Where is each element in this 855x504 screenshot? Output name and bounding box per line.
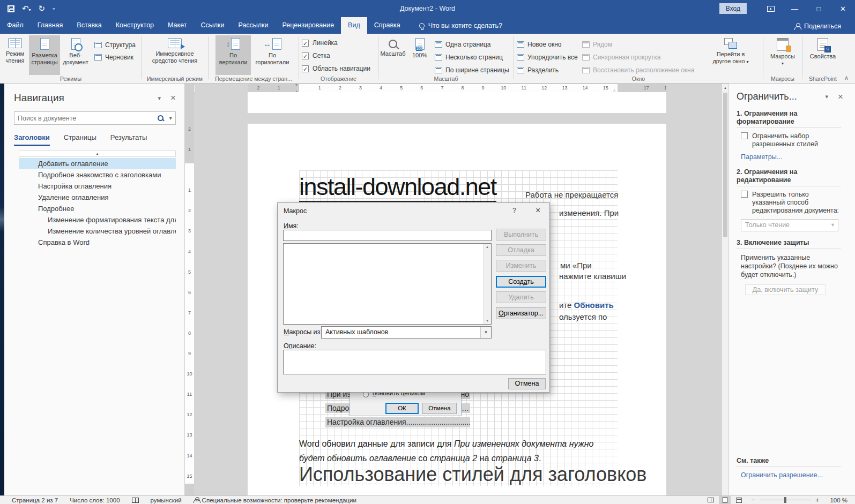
ruler-checkbox[interactable]: Линейка xyxy=(302,37,377,48)
share-button[interactable]: Поделиться xyxy=(794,22,841,30)
tab-layout[interactable]: Макет xyxy=(161,17,194,34)
zoom-button[interactable]: Масштаб xyxy=(379,35,407,75)
navigation-pane-menu-icon[interactable]: ▾ xyxy=(158,95,161,102)
print-layout-button[interactable]: Разметка страницы xyxy=(29,35,60,75)
synchronous-scrolling-button[interactable]: Синхронная прокрутка xyxy=(582,52,703,63)
chevron-down-icon[interactable]: ▾ xyxy=(480,327,491,338)
close-button[interactable]: ✕ xyxy=(831,0,855,17)
ribbon-display-options-button[interactable]: ▴ xyxy=(759,0,783,17)
web-layout-view-button[interactable] xyxy=(733,496,745,504)
minimize-button[interactable]: — xyxy=(783,0,807,17)
document-scrollbar[interactable]: ▴ xyxy=(722,84,728,495)
page-number-status[interactable]: Страница 2 из 7 xyxy=(12,497,58,503)
start-enforcing-protection-button[interactable]: Да, включить защиту xyxy=(745,284,826,295)
macros-in-dropdown[interactable]: Активных шаблонов ▾ xyxy=(321,326,492,338)
heading-item[interactable]: Настройка оглавления xyxy=(19,180,176,192)
vertical-ruler[interactable]: 21123456789101112131415 xyxy=(185,84,194,495)
page-1-bottom[interactable] xyxy=(248,92,666,113)
macro-list[interactable]: ▴ ▾ xyxy=(283,243,492,325)
right-indent-marker[interactable]: △ xyxy=(613,88,616,92)
description-textarea[interactable] xyxy=(283,350,546,374)
search-icon[interactable] xyxy=(158,115,163,121)
tab-insert[interactable]: Вставка xyxy=(70,17,108,34)
navigation-pane-close-icon[interactable]: × xyxy=(170,93,176,103)
tab-mailings[interactable]: Рассылки xyxy=(231,17,275,34)
tab-view[interactable]: Вид xyxy=(341,17,367,34)
undo-button[interactable]: ↶▾ xyxy=(22,4,31,13)
help-icon[interactable]: ? xyxy=(512,207,516,214)
gridlines-checkbox[interactable]: Сетка xyxy=(302,50,377,61)
heading-item[interactable]: ◢Подробнее xyxy=(19,203,176,214)
scroll-down-icon[interactable]: ▾ xyxy=(484,319,491,323)
split-button[interactable]: Разделить xyxy=(517,65,578,76)
zoom-out-button[interactable]: − xyxy=(751,496,755,504)
navigation-pane-checkbox[interactable]: Область навигации xyxy=(302,63,377,74)
zoom-percentage[interactable]: 100 % xyxy=(830,497,847,503)
zoom-slider-thumb[interactable] xyxy=(784,497,786,503)
create-button[interactable]: Создать xyxy=(496,276,546,288)
read-mode-button[interactable]: Режим чтения xyxy=(1,35,29,75)
save-icon[interactable] xyxy=(8,5,14,12)
list-scrollbar[interactable]: ▴ ▾ xyxy=(483,244,491,324)
nav-tab-headings[interactable]: Заголовки xyxy=(14,133,50,146)
one-page-button[interactable]: Одна страница xyxy=(435,39,509,50)
heading-item[interactable]: Удаление оглавления xyxy=(19,192,176,203)
web-layout-button[interactable]: Веб-документ xyxy=(60,35,91,75)
read-mode-view-button[interactable] xyxy=(705,496,717,504)
allow-editing-type-checkbox[interactable]: Разрешить только указанный способ редакт… xyxy=(741,191,842,215)
heading-item[interactable]: Подробное знакомство с заголовками xyxy=(19,169,176,180)
jump-to-top-button[interactable]: ▴ xyxy=(19,151,176,157)
zoom-in-button[interactable]: + xyxy=(815,496,820,504)
vertical-movement-button[interactable]: ↕ По вертикали xyxy=(215,35,251,75)
accessibility-status[interactable]: Специальные возможности: проверьте реком… xyxy=(194,497,356,503)
tab-help[interactable]: Справка xyxy=(367,17,407,34)
heading-item[interactable]: Справка в Word xyxy=(19,237,176,248)
restrict-pane-close-icon[interactable]: × xyxy=(838,92,843,102)
signin-button[interactable]: Вход xyxy=(719,3,747,14)
document-search-box[interactable]: ▾ xyxy=(14,111,176,125)
draft-view-button[interactable]: Черновик xyxy=(94,52,136,63)
word-count-status[interactable]: Число слов: 1000 xyxy=(70,497,120,503)
view-side-by-side-button[interactable]: Рядом xyxy=(582,39,703,50)
multiple-pages-button[interactable]: Несколько страниц xyxy=(435,52,509,63)
redo-icon[interactable]: ↻ xyxy=(39,4,46,13)
tell-me-box[interactable]: Что вы хотите сделать? xyxy=(419,22,502,34)
customize-qat-icon[interactable]: ▿ xyxy=(53,6,55,11)
first-line-indent-marker[interactable]: ▾ xyxy=(295,84,298,87)
properties-button[interactable]: Свойства xyxy=(806,35,840,75)
macros-button[interactable]: Макросы ▾ xyxy=(767,35,799,75)
dialog-close-icon[interactable]: × xyxy=(536,206,540,215)
tab-review[interactable]: Рецензирование xyxy=(276,17,341,34)
editing-type-dropdown[interactable]: Только чтение▼ xyxy=(741,219,838,231)
heading-item[interactable]: Изменение количества уровней оглавления xyxy=(19,225,176,237)
print-layout-view-button[interactable] xyxy=(719,496,731,504)
search-input[interactable] xyxy=(18,115,155,122)
page-width-button[interactable]: По ширине страницы xyxy=(435,65,509,76)
settings-link[interactable]: Параметры... xyxy=(741,153,855,161)
side-to-side-button[interactable]: ↔ По горизонтали xyxy=(253,35,292,75)
language-status[interactable]: румынский xyxy=(151,497,182,503)
switch-windows-button[interactable]: Перейти в другое окно ▾ xyxy=(708,35,754,75)
collapse-ribbon-icon[interactable]: ∧ xyxy=(844,74,849,81)
scroll-up-icon[interactable]: ▴ xyxy=(484,245,491,249)
reset-window-position-button[interactable]: Восстановить расположение окна xyxy=(582,65,703,76)
heading-item[interactable]: Изменение форматирования текста для запи… xyxy=(19,214,176,225)
tab-home[interactable]: Главная xyxy=(31,17,70,34)
horizontal-ruler[interactable]: 211234567891011121314151718 ▾ ▴ △ xyxy=(248,84,666,92)
restrict-permission-link[interactable]: Ограничить разрешение... xyxy=(741,471,841,479)
search-options-chevron-icon[interactable]: ▾ xyxy=(169,115,172,122)
proofing-status-icon[interactable] xyxy=(132,498,139,503)
cancel-button[interactable]: Отмена xyxy=(508,378,546,389)
organizer-button[interactable]: Организатор... xyxy=(496,307,546,319)
delete-button[interactable]: Удалить xyxy=(496,291,546,303)
maximize-button[interactable]: □ xyxy=(807,0,831,17)
scroll-up-icon[interactable]: ▴ xyxy=(722,84,728,92)
macro-name-input[interactable] xyxy=(283,230,492,241)
heading-item[interactable]: Добавить оглавление xyxy=(19,158,176,169)
tab-design[interactable]: Конструктор xyxy=(109,17,161,34)
scrollbar-thumb[interactable] xyxy=(723,93,727,237)
new-window-button[interactable]: Новое окно xyxy=(517,39,578,50)
cancel-button[interactable]: Отмена xyxy=(422,403,457,414)
edit-button[interactable]: Изменить xyxy=(496,260,546,272)
zoom-100-button[interactable]: 100% xyxy=(408,35,432,75)
